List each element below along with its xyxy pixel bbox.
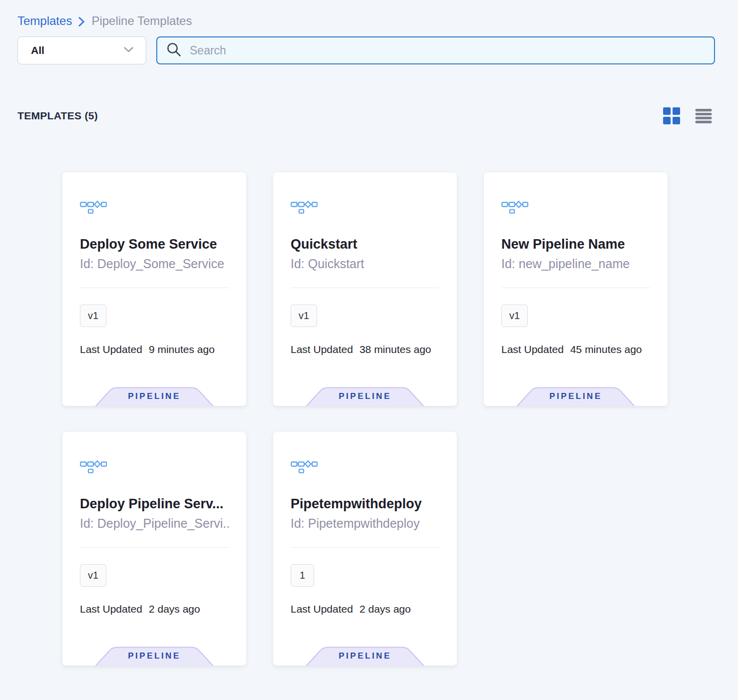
- last-updated-row: Last Updated 45 minutes ago: [501, 344, 650, 355]
- list-view-icon[interactable]: [695, 109, 712, 123]
- pipeline-type-badge: PIPELINE: [94, 387, 214, 406]
- version-badge: 1: [291, 564, 314, 587]
- template-title: Deploy Pipeline Serv...: [80, 496, 229, 512]
- breadcrumb-link-templates[interactable]: Templates: [17, 14, 72, 28]
- search-icon: [166, 42, 182, 59]
- pipeline-stages-icon: [80, 198, 229, 218]
- last-updated-row: Last Updated 9 minutes ago: [80, 344, 229, 355]
- last-updated-label: Last Updated: [501, 344, 564, 355]
- scope-selected-value: All: [31, 44, 44, 56]
- template-title: Deploy Some Service: [80, 237, 229, 252]
- pipeline-type-badge: PIPELINE: [305, 387, 425, 406]
- grid-view-icon[interactable]: [663, 107, 680, 124]
- version-badge: v1: [291, 305, 317, 327]
- template-card[interactable]: Quickstart Id: Quickstart v1 Last Update…: [273, 172, 457, 406]
- last-updated-label: Last Updated: [291, 344, 353, 355]
- template-scope-select[interactable]: All: [17, 36, 146, 64]
- chevron-right-icon: [78, 16, 85, 27]
- last-updated-row: Last Updated 38 minutes ago: [291, 344, 439, 355]
- last-updated-label: Last Updated: [80, 344, 142, 355]
- pipeline-type-label: PIPELINE: [305, 651, 425, 661]
- filter-row: All: [17, 36, 715, 64]
- last-updated-label: Last Updated: [80, 603, 142, 615]
- pipeline-stages-icon: [80, 458, 229, 477]
- template-id: Id: Deploy_Pipeline_Servi...: [80, 516, 229, 531]
- pipeline-stages-icon: [501, 198, 650, 218]
- section-header: TEMPLATES (5): [17, 107, 712, 124]
- pipeline-type-label: PIPELINE: [94, 391, 214, 401]
- template-card[interactable]: Pipetempwithdeploy Id: Pipetempwithdeplo…: [273, 432, 457, 666]
- template-id: Id: new_pipeline_name: [501, 257, 650, 271]
- last-updated-row: Last Updated 2 days ago: [80, 603, 229, 615]
- search-box: [156, 36, 715, 64]
- breadcrumb-current: Pipeline Templates: [91, 14, 192, 28]
- view-toggles: [663, 107, 712, 124]
- template-card[interactable]: Deploy Pipeline Serv... Id: Deploy_Pipel…: [62, 432, 246, 666]
- pipeline-type-badge: PIPELINE: [516, 387, 636, 406]
- template-title: Quickstart: [291, 237, 439, 252]
- template-title: Pipetempwithdeploy: [291, 496, 439, 512]
- pipeline-stages-icon: [291, 198, 439, 218]
- pipeline-type-label: PIPELINE: [516, 391, 636, 401]
- last-updated-value: 2 days ago: [360, 603, 411, 615]
- chevron-down-icon: [123, 46, 134, 55]
- templates-count-heading: TEMPLATES (5): [17, 110, 98, 122]
- last-updated-value: 45 minutes ago: [570, 344, 642, 355]
- last-updated-label: Last Updated: [291, 603, 353, 615]
- breadcrumb: Templates Pipeline Templates: [0, 0, 738, 28]
- pipeline-type-label: PIPELINE: [94, 651, 214, 661]
- template-card[interactable]: New Pipeline Name Id: new_pipeline_name …: [484, 172, 668, 406]
- last-updated-value: 38 minutes ago: [360, 344, 431, 355]
- pipeline-type-badge: PIPELINE: [305, 647, 425, 666]
- search-input[interactable]: [190, 44, 705, 57]
- template-title: New Pipeline Name: [501, 237, 650, 252]
- pipeline-templates-page: Templates Pipeline Templates All TEMPLAT…: [0, 0, 738, 700]
- template-id: Id: Pipetempwithdeploy: [291, 516, 439, 531]
- version-badge: v1: [501, 305, 528, 327]
- template-id: Id: Deploy_Some_Service: [80, 257, 229, 271]
- pipeline-type-badge: PIPELINE: [94, 647, 214, 666]
- version-badge: v1: [80, 305, 106, 327]
- last-updated-value: 2 days ago: [149, 603, 200, 615]
- last-updated-row: Last Updated 2 days ago: [291, 603, 439, 615]
- templates-grid: Deploy Some Service Id: Deploy_Some_Serv…: [62, 172, 738, 666]
- last-updated-value: 9 minutes ago: [149, 344, 215, 355]
- template-id: Id: Quickstart: [291, 257, 439, 271]
- pipeline-stages-icon: [291, 458, 439, 477]
- pipeline-type-label: PIPELINE: [305, 391, 425, 401]
- template-card[interactable]: Deploy Some Service Id: Deploy_Some_Serv…: [62, 172, 246, 406]
- version-badge: v1: [80, 564, 106, 587]
